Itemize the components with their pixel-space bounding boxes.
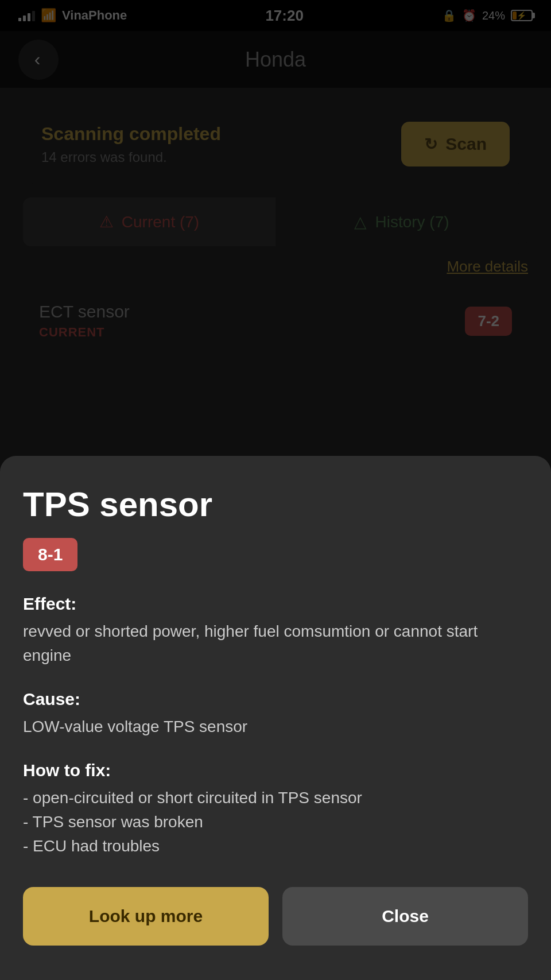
modal-fix-text: - open-circuited or short circuited in T… <box>23 786 528 858</box>
modal-cause-text: LOW-value voltage TPS sensor <box>23 715 528 739</box>
sensor-detail-modal: TPS sensor 8-1 Effect: revved or shorted… <box>0 456 551 980</box>
modal-effect-text: revved or shorted power, higher fuel com… <box>23 619 528 668</box>
modal-actions: Look up more Close <box>23 887 528 946</box>
lookup-more-button[interactable]: Look up more <box>23 887 269 946</box>
modal-effect-label: Effect: <box>23 594 528 614</box>
modal-cause-section: Cause: LOW-value voltage TPS sensor <box>23 690 528 739</box>
modal-fix-section: How to fix: - open-circuited or short ci… <box>23 761 528 858</box>
modal-code-badge: 8-1 <box>23 538 77 571</box>
modal-sensor-name: TPS sensor <box>23 485 528 524</box>
close-button[interactable]: Close <box>282 887 528 946</box>
modal-fix-label: How to fix: <box>23 761 528 780</box>
modal-effect-section: Effect: revved or shorted power, higher … <box>23 594 528 668</box>
modal-cause-label: Cause: <box>23 690 528 709</box>
